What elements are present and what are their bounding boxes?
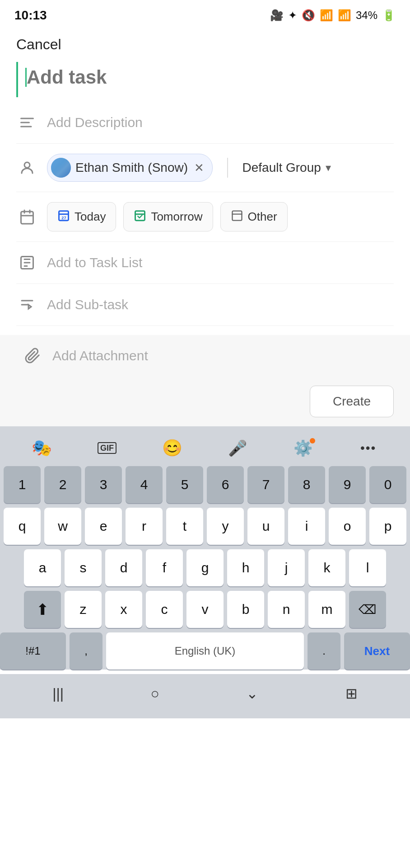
key-p[interactable]: p xyxy=(369,508,406,545)
sub-task-row[interactable]: Add Sub-task xyxy=(16,284,394,326)
key-o[interactable]: o xyxy=(329,508,366,545)
key-1[interactable]: 1 xyxy=(4,466,41,503)
space-key[interactable]: English (UK) xyxy=(106,632,304,670)
svg-text:27: 27 xyxy=(61,216,66,220)
key-z[interactable]: z xyxy=(65,591,102,628)
key-b[interactable]: b xyxy=(227,591,264,628)
microphone-button[interactable]: 🎤 xyxy=(222,434,253,462)
emoji-button[interactable]: 😊 xyxy=(157,434,188,462)
status-icons: 🎥 ✦ 🔇 📶 📶 34% 🔋 xyxy=(270,9,396,22)
key-5[interactable]: 5 xyxy=(166,466,203,503)
settings-button[interactable]: ⚙️ xyxy=(287,434,319,462)
attachment-row[interactable]: Add Attachment xyxy=(0,335,410,377)
key-j[interactable]: j xyxy=(268,549,305,586)
key-w[interactable]: w xyxy=(44,508,81,545)
keyboard-toggle-button[interactable]: ⊞ xyxy=(336,681,367,706)
key-y[interactable]: y xyxy=(207,508,244,545)
assignee-row: Ethan Smith (Snow) ✕ Default Group ▾ xyxy=(16,144,394,192)
remove-assignee-button[interactable]: ✕ xyxy=(194,161,204,175)
next-key[interactable]: Next xyxy=(344,632,410,670)
signal-icon: 📶 xyxy=(338,9,351,22)
avatar xyxy=(51,158,71,178)
key-u[interactable]: u xyxy=(247,508,284,545)
more-button[interactable]: ••• xyxy=(353,434,384,462)
key-h[interactable]: h xyxy=(227,549,264,586)
assignee-chip[interactable]: Ethan Smith (Snow) ✕ xyxy=(47,154,213,182)
group-name: Default Group xyxy=(242,160,321,175)
gear-icon: ⚙️ xyxy=(294,439,312,457)
cancel-button[interactable]: Cancel xyxy=(16,36,61,53)
task-list-row[interactable]: Add to Task List xyxy=(16,242,394,284)
gif-button[interactable]: GIF xyxy=(91,434,123,462)
key-g[interactable]: g xyxy=(186,549,224,586)
bluetooth-icon: ✦ xyxy=(288,9,297,22)
key-e[interactable]: e xyxy=(85,508,122,545)
key-f[interactable]: f xyxy=(146,549,183,586)
tomorrow-label: Tomorrow xyxy=(151,210,202,224)
backspace-key[interactable]: ⌫ xyxy=(349,591,386,628)
task-title-row xyxy=(16,62,394,97)
key-3[interactable]: 3 xyxy=(85,466,122,503)
other-date-button[interactable]: Other xyxy=(220,202,288,231)
key-4[interactable]: 4 xyxy=(126,466,163,503)
description-row[interactable]: Add Description xyxy=(16,102,394,144)
svg-rect-13 xyxy=(232,211,242,221)
emoji-icon: 😊 xyxy=(162,439,182,458)
battery-icon: 🔋 xyxy=(382,9,396,22)
recent-apps-button[interactable]: ⌄ xyxy=(237,681,267,706)
key-a[interactable]: a xyxy=(24,549,61,586)
shift-key[interactable]: ⬆ xyxy=(24,591,61,628)
key-8[interactable]: 8 xyxy=(288,466,325,503)
key-n[interactable]: n xyxy=(268,591,305,628)
key-c[interactable]: c xyxy=(146,591,183,628)
sub-task-icon xyxy=(16,294,38,316)
number-row: 1 2 3 4 5 6 7 8 9 0 xyxy=(0,466,410,503)
period-key[interactable]: . xyxy=(308,632,340,670)
other-label: Other xyxy=(248,210,277,224)
key-t[interactable]: t xyxy=(166,508,203,545)
key-k[interactable]: k xyxy=(308,549,345,586)
group-select[interactable]: Default Group ▾ xyxy=(242,160,331,175)
asdf-row: a s d f g h j k l xyxy=(0,549,410,586)
chevron-down-icon: ▾ xyxy=(326,161,331,174)
key-7[interactable]: 7 xyxy=(247,466,284,503)
key-0[interactable]: 0 xyxy=(369,466,406,503)
key-v[interactable]: v xyxy=(186,591,224,628)
calendar-icon xyxy=(16,206,38,228)
emoji-sticker-button[interactable]: 🎭 xyxy=(26,434,57,462)
today-button[interactable]: 27 Today xyxy=(47,202,116,231)
create-button[interactable]: Create xyxy=(310,386,394,417)
microphone-icon: 🎤 xyxy=(228,439,247,457)
camera-icon: 🎥 xyxy=(270,9,284,22)
key-l[interactable]: l xyxy=(349,549,386,586)
today-icon: 27 xyxy=(57,209,70,225)
svg-point-3 xyxy=(24,162,30,168)
symbols-key[interactable]: !#1 xyxy=(0,632,66,670)
wifi-icon: 📶 xyxy=(320,9,333,22)
back-button[interactable]: ||| xyxy=(43,682,73,706)
key-s[interactable]: s xyxy=(65,549,102,586)
comma-key[interactable]: , xyxy=(70,632,102,670)
key-2[interactable]: 2 xyxy=(44,466,81,503)
add-attachment-label: Add Attachment xyxy=(52,348,148,363)
key-6[interactable]: 6 xyxy=(207,466,244,503)
divider xyxy=(227,158,228,178)
key-q[interactable]: q xyxy=(4,508,41,545)
task-title-input[interactable] xyxy=(27,66,394,88)
svg-rect-11 xyxy=(135,211,145,221)
more-icon: ••• xyxy=(360,441,376,455)
key-i[interactable]: i xyxy=(288,508,325,545)
key-x[interactable]: x xyxy=(105,591,142,628)
key-9[interactable]: 9 xyxy=(329,466,366,503)
attachment-icon xyxy=(22,345,43,367)
tomorrow-button[interactable]: Tomorrow xyxy=(123,202,213,231)
home-button[interactable]: ○ xyxy=(142,682,168,706)
add-description-label: Add Description xyxy=(47,115,143,130)
description-icon xyxy=(16,112,38,133)
key-r[interactable]: r xyxy=(126,508,163,545)
status-bar: 10:13 🎥 ✦ 🔇 📶 📶 34% 🔋 xyxy=(0,0,410,27)
bottom-key-row: !#1 , English (UK) . Next xyxy=(0,632,410,670)
key-m[interactable]: m xyxy=(308,591,345,628)
key-d[interactable]: d xyxy=(105,549,142,586)
keyboard-area: 🎭 GIF 😊 🎤 ⚙️ ••• 1 2 3 4 5 6 7 8 9 0 q w xyxy=(0,426,410,670)
